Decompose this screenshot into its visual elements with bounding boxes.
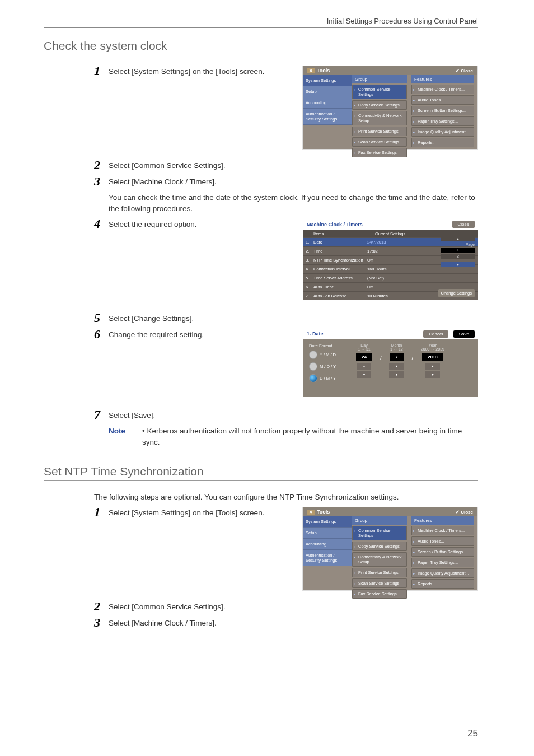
sidebar-item-system-settings[interactable]: System Settings [303, 516, 352, 528]
close-button[interactable]: ✔ Close [456, 510, 473, 515]
group-item-conn[interactable]: Connectivity & Network Setup [352, 111, 407, 125]
group-item-conn[interactable]: Connectivity & Network Setup [352, 552, 407, 567]
column-header-group: Group [352, 75, 407, 83]
feature-item-audio[interactable]: Audio Tones... [411, 536, 474, 546]
feature-item-clock[interactable]: Machine Clock / Timers... [411, 85, 474, 94]
feature-item-reports[interactable]: Reports... [411, 579, 474, 589]
screenshot-tools: ✕Tools ✔ Close System Settings Setup Acc… [302, 507, 478, 591]
sidebar-item-accounting[interactable]: Accounting [303, 539, 352, 550]
group-item-fax[interactable]: Fax Service Settings [352, 589, 407, 599]
footer-rule [44, 725, 478, 725]
step-text: Select the required option. [109, 218, 303, 230]
group-item-scan[interactable]: Scan Service Settings [352, 578, 407, 588]
year-value: 2013 [422, 353, 443, 361]
feature-item-image[interactable]: Image Quality Adjustment... [411, 127, 474, 137]
group-item-scan[interactable]: Scan Service Settings [352, 137, 407, 147]
page-number: 25 [467, 728, 478, 739]
radio-mdy[interactable]: M / D / Y [309, 362, 348, 371]
close-x-icon[interactable]: ✕ [307, 68, 315, 73]
year-down-button[interactable]: ▼ [425, 371, 440, 378]
step-number: 3 [94, 617, 109, 628]
page-label: Page [441, 242, 475, 246]
feature-item-reports[interactable]: Reports... [411, 138, 474, 147]
year-up-button[interactable]: ▲ [425, 363, 440, 370]
step-number: 5 [94, 312, 109, 324]
page-total: 2 [441, 254, 475, 259]
radio-icon [309, 362, 317, 371]
step-text: Select [System Settings] on the [Tools] … [109, 66, 302, 77]
scroll-down-icon[interactable]: ▼ [441, 262, 475, 267]
step-number: 3 [94, 176, 109, 187]
column-header-features: Features [411, 75, 474, 83]
step-paragraph: You can check the time and the date of t… [109, 192, 478, 214]
step-number: 1 [94, 507, 109, 518]
column-header-features: Features [411, 516, 474, 525]
window-title: Tools [317, 509, 330, 515]
sidebar-item-setup[interactable]: Setup [303, 86, 352, 97]
day-down-button[interactable]: ▼ [357, 371, 371, 378]
group-item-common[interactable]: Common Service Settings [352, 526, 407, 540]
sidebar-item-system-settings[interactable]: System Settings [303, 75, 352, 86]
step-number: 2 [94, 601, 109, 612]
feature-item-screen[interactable]: Screen / Button Settings... [411, 547, 474, 557]
list-row[interactable]: 5.Time Server Address(Not Set) [303, 273, 478, 282]
step-text: Select [Save]. [109, 409, 478, 421]
feature-item-audio[interactable]: Audio Tones... [411, 95, 474, 105]
step-number: 1 [94, 66, 109, 77]
day-label: Day [360, 343, 367, 347]
slash: / [411, 343, 413, 386]
sidebar-item-accounting[interactable]: Accounting [303, 97, 352, 109]
column-header-group: Group [352, 516, 407, 525]
group-item-print[interactable]: Print Service Settings [352, 568, 407, 577]
dialog-title: 1. Date [307, 331, 324, 337]
month-down-button[interactable]: ▼ [389, 371, 404, 378]
sidebar-item-auth[interactable]: Authentication / Security Settings [303, 109, 352, 125]
year-label: Year [429, 343, 437, 347]
close-button[interactable]: ✔ Close [456, 68, 473, 73]
section-title-ntp: Set NTP Time Synchronization [44, 465, 478, 478]
screenshot-date-edit: 1. Date Cancel Save Date Format Y / M / … [303, 329, 478, 397]
step-text: Select [System Settings] on the [Tools] … [109, 507, 302, 519]
radio-icon [309, 351, 317, 359]
change-settings-button[interactable]: Change Settings [438, 289, 475, 297]
step-number: 4 [94, 218, 109, 230]
close-button[interactable]: Close [452, 221, 475, 228]
cancel-button[interactable]: Cancel [423, 330, 448, 338]
sidebar-item-auth[interactable]: Authentication / Security Settings [303, 550, 352, 566]
radio-dmy[interactable]: D / M / Y [309, 374, 348, 382]
section-rule [44, 55, 478, 55]
group-item-copy[interactable]: Copy Service Settings [352, 100, 407, 110]
section-rule [44, 480, 478, 481]
sidebar-item-setup[interactable]: Setup [303, 528, 352, 539]
step-text: Select [Common Service Settings]. [109, 601, 478, 613]
group-item-print[interactable]: Print Service Settings [352, 127, 407, 136]
step-text: Change the required setting. [109, 329, 303, 340]
group-item-common[interactable]: Common Service Settings [352, 85, 407, 99]
month-up-button[interactable]: ▲ [389, 363, 404, 370]
group-item-fax[interactable]: Fax Service Settings [352, 148, 407, 157]
month-value: 7 [390, 353, 403, 361]
section-intro: The following steps are optional. You ca… [94, 491, 478, 503]
feature-item-screen[interactable]: Screen / Button Settings... [411, 106, 474, 115]
step-text: Select [Machine Clock / Timers]. [109, 176, 478, 188]
slash: / [380, 343, 382, 386]
step-text: Select [Machine Clock / Timers]. [109, 617, 478, 629]
day-up-button[interactable]: ▲ [357, 363, 371, 370]
feature-item-tray[interactable]: Paper Tray Settings... [411, 116, 474, 126]
feature-item-image[interactable]: Image Quality Adjustment... [411, 568, 474, 578]
date-format-label: Date Format [309, 343, 348, 348]
group-item-copy[interactable]: Copy Service Settings [352, 542, 407, 551]
close-x-icon[interactable]: ✕ [307, 510, 315, 515]
feature-item-tray[interactable]: Paper Tray Settings... [411, 558, 474, 567]
feature-item-clock[interactable]: Machine Clock / Timers... [411, 526, 474, 535]
save-button[interactable]: Save [453, 330, 475, 338]
step-text: Select [Common Service Settings]. [109, 160, 478, 171]
section-title-clock: Check the system clock [44, 39, 478, 53]
radio-ymd[interactable]: Y / M / D [309, 351, 348, 359]
header-rule [44, 27, 478, 28]
note-text: • Kerberos authentication will not funct… [142, 426, 478, 447]
page-current: 1 [441, 248, 475, 253]
window-title: Tools [317, 68, 330, 73]
col-header-items: Items [306, 231, 375, 236]
scroll-up-icon[interactable]: ▲ [441, 236, 475, 241]
